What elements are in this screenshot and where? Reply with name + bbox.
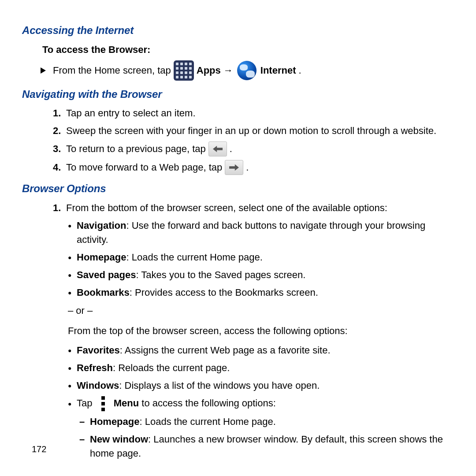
bullet-item: ● Homepage: Loads the current Home page. [22, 250, 454, 264]
subhead-access-browser: To access the Browser: [22, 43, 454, 57]
arrow-glyph: → [223, 63, 233, 78]
sub-item: – New window: Launches a new browser win… [22, 432, 454, 461]
manual-page: Accessing the Internet To access the Bro… [0, 0, 476, 476]
internet-globe-icon [236, 61, 258, 80]
bullet-item: ● Favorites: Assigns the current Web pag… [22, 343, 454, 357]
label-apps: Apps [197, 63, 221, 78]
bullet-item: ● Saved pages: Takes you to the Saved pa… [22, 268, 454, 282]
bullet-text: Navigation: Use the forward and back but… [77, 219, 454, 247]
list-item: 3. To return to a previous page, tap . [53, 141, 454, 156]
bullet-text: Refresh: Reloads the current page. [77, 361, 454, 375]
list-number: 3. [53, 142, 64, 156]
list-text: Tap an entry to select an item. [66, 106, 454, 120]
bullet-item-menu: ● Tap Menu to access the following optio… [22, 396, 454, 411]
bullet-item: ● Navigation: Use the forward and back b… [22, 219, 454, 247]
heading-browser-options: Browser Options [22, 181, 454, 197]
text-from-home: From the Home screen, tap [53, 63, 171, 78]
top-options-intro: From the top of the browser screen, acce… [22, 324, 454, 338]
list-item: 1. Tap an entry to select an item. [53, 106, 454, 120]
bullet-icon: ● [68, 361, 77, 372]
heading-accessing-internet: Accessing the Internet [22, 23, 454, 38]
sub-item: – Homepage: Loads the current Home page. [22, 415, 454, 429]
list-item: 1. From the bottom of the browser screen… [53, 201, 454, 215]
apps-grid-icon [174, 60, 194, 81]
dash-icon: – [79, 415, 90, 429]
bullet-text: Homepage: Loads the current Home page. [77, 250, 454, 264]
list-text-post: . [230, 142, 232, 156]
period: . [298, 63, 301, 78]
list-number: 2. [53, 124, 64, 138]
page-number: 172 [32, 443, 46, 456]
menu-overflow-icon [95, 396, 111, 411]
list-text-pre: To return to a previous page, tap [66, 142, 206, 156]
forward-arrow-icon [225, 160, 243, 175]
bullet-icon: ● [68, 268, 77, 279]
bullet-item: ● Bookmarks: Provides access to the Book… [22, 286, 454, 300]
list-number: 1. [53, 201, 64, 215]
bullet-icon: ● [68, 399, 77, 408]
bullet-icon: ● [68, 286, 77, 297]
dash-icon: – [79, 432, 90, 446]
heading-navigating-browser: Navigating with the Browser [22, 87, 454, 102]
triangle-bullet-icon [41, 67, 46, 74]
bullet-text: Windows: Displays a list of the windows … [77, 379, 454, 393]
bullet-item: ● Windows: Displays a list of the window… [22, 379, 454, 393]
list-item: 4. To move forward to a Web page, tap . [53, 160, 454, 175]
bullet-text: Bookmarks: Provides access to the Bookma… [77, 286, 454, 300]
list-text-post: . [246, 160, 249, 175]
bullet-icon: ● [68, 219, 77, 230]
bullet-text: Favorites: Assigns the current Web page … [77, 343, 454, 357]
sub-text: Homepage: Loads the current Home page. [90, 415, 454, 429]
bullet-icon: ● [68, 379, 77, 390]
bullet-icon: ● [68, 343, 77, 355]
list-item: 2. Sweep the screen with your finger in … [53, 124, 454, 138]
list-number: 1. [53, 106, 64, 120]
list-text-pre: To move forward to a Web page, tap [66, 160, 222, 175]
list-text: From the bottom of the browser screen, s… [66, 201, 454, 215]
list-text: Sweep the screen with your finger in an … [66, 124, 454, 138]
back-arrow-icon [208, 141, 227, 156]
bullet-text: Saved pages: Takes you to the Saved page… [77, 268, 454, 282]
bullet-icon: ● [68, 250, 77, 262]
access-instruction-line: From the Home screen, tap Apps → Interne… [22, 60, 454, 81]
list-number: 4. [53, 160, 64, 175]
bullet-text: Tap Menu to access the following options… [77, 396, 454, 411]
or-separator: – or – [22, 304, 454, 318]
label-internet: Internet [260, 63, 296, 78]
sub-text: New window: Launches a new browser windo… [90, 432, 454, 461]
bullet-item: ● Refresh: Reloads the current page. [22, 361, 454, 375]
